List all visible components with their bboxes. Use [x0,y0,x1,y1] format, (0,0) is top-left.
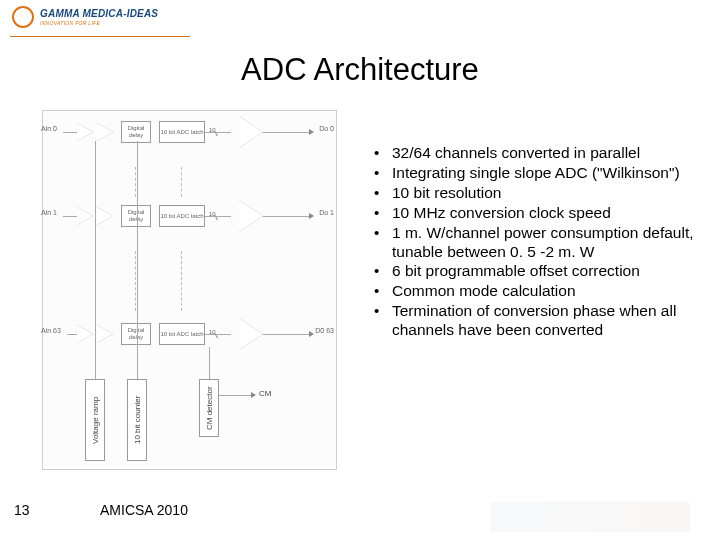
latch-block: 10 bit ADC latch [159,121,205,143]
amp-icon [97,207,113,225]
driver-icon [239,200,263,232]
logo-underline [10,36,190,37]
driver-icon [239,318,263,350]
amp-icon [97,123,113,141]
delay-block: Digital delay [121,121,151,143]
latch-block: 10 bit ADC latch [159,323,205,345]
logo-brand: GAMMA MEDICA-IDEAS [40,8,158,19]
ellipsis-line [135,167,136,197]
footer-decoration [490,502,690,532]
delay-block: Digital delay [121,323,151,345]
list-item: 6 bit programmable offset correction [392,262,702,281]
cm-detector-block: CM detector [199,379,219,437]
list-item: Common mode calculation [392,282,702,301]
list-item: 10 bit resolution [392,184,702,203]
channel-1: Ain 1 Digital delay 10 bit ADC latch 10 … [43,203,336,253]
brand-logo: GAMMA MEDICA-IDEAS INNOVATION FOR LIFE [12,6,177,38]
ain-label: Ain 1 [41,209,57,216]
amp-icon [77,207,93,225]
list-item: 32/64 channels converted in parallel [392,144,702,163]
list-item: Termination of conversion phase when all… [392,302,702,340]
latch-block: 10 bit ADC latch [159,205,205,227]
amp-icon [77,325,93,343]
list-item: 1 m. W/channel power consumption default… [392,224,702,262]
dout-label: Do 0 [319,125,334,132]
footer-text: AMICSA 2010 [100,502,188,518]
amp-icon [77,123,93,141]
list-item: 10 MHz conversion clock speed [392,204,702,223]
ain-label: Ain 0 [41,125,57,132]
page-title: ADC Architecture [0,52,720,88]
architecture-diagram: Ain 0 Digital delay 10 bit ADC latch 10 … [42,110,337,470]
ain-label: Ain 63 [41,327,61,334]
dout-label: Do 1 [319,209,334,216]
arrow-right-icon [309,331,314,337]
logo-circle-icon [12,6,34,28]
arrow-right-icon [309,129,314,135]
amp-icon [97,325,113,343]
arrow-right-icon [251,392,256,398]
channel-0: Ain 0 Digital delay 10 bit ADC latch 10 … [43,119,336,169]
ellipsis-line [181,167,182,197]
ellipsis-line [181,251,182,311]
channel-63: Ain 63 Digital delay 10 bit ADC latch 10… [43,321,336,371]
feature-list: 32/64 channels converted in parallel Int… [370,144,702,341]
delay-block: Digital delay [121,205,151,227]
ellipsis-line [135,251,136,311]
cm-output-label: CM [259,389,271,398]
arrow-right-icon [309,213,314,219]
dout-label: D0 63 [315,327,334,334]
page-number: 13 [14,502,30,518]
logo-tagline: INNOVATION FOR LIFE [40,20,100,26]
driver-icon [239,116,263,148]
ramp-block: Voltage ramp [85,379,105,461]
list-item: Integrating single slope ADC ("Wilkinson… [392,164,702,183]
counter-block: 10 bit counter [127,379,147,461]
